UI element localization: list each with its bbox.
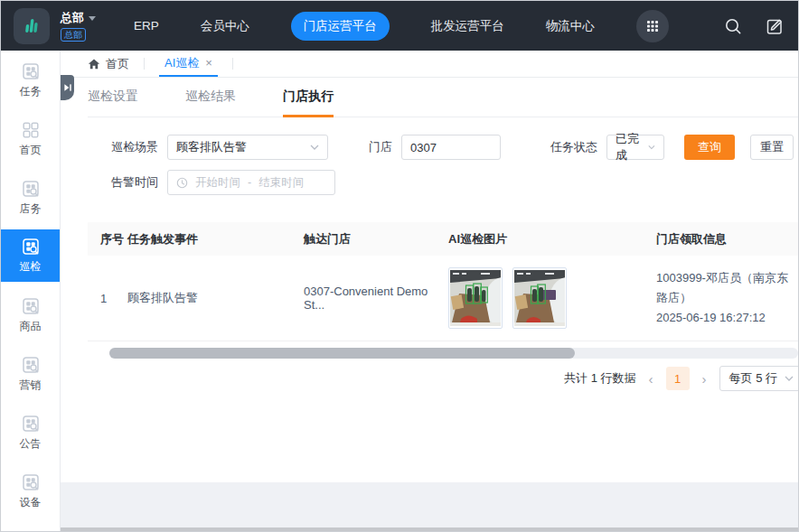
- cell-reached-store: 0307-Convenient Demo St...: [304, 285, 448, 312]
- divider: [144, 58, 145, 70]
- sidebar-item-label: 任务: [20, 84, 42, 99]
- cell-trigger-event: 顾客排队告警: [127, 290, 304, 306]
- org-badge: 总部: [61, 28, 86, 42]
- table-hscrollbar[interactable]: [109, 348, 798, 359]
- reset-button[interactable]: 重置: [750, 135, 794, 160]
- cell-ai-images: [448, 267, 656, 329]
- sub-tabs: 巡检设置 巡检结果 门店执行: [88, 78, 798, 117]
- home-icon: [88, 58, 100, 70]
- sidebar-item-store-affairs[interactable]: 店务: [1, 168, 60, 227]
- scene-select[interactable]: 顾客排队告警: [167, 135, 328, 160]
- nav-member-center[interactable]: 会员中心: [201, 18, 249, 34]
- page-size-value: 每页 5 行: [729, 370, 777, 387]
- chevron-down-icon: [785, 376, 794, 381]
- col-header-trigger-event: 任务触发事件: [127, 231, 304, 247]
- org-switcher[interactable]: 总部 总部: [61, 10, 96, 42]
- claim-person: 1003999-邓店员（南京东路店）: [656, 268, 798, 308]
- nav-store-operation-platform[interactable]: 门店运营平台: [291, 12, 390, 41]
- query-button[interactable]: 查询: [684, 135, 735, 160]
- table-row: 1 顾客排队告警 0307-Convenient Demo St...: [88, 256, 798, 341]
- inspection-image-1[interactable]: [448, 267, 503, 329]
- nine-dots-icon: [646, 20, 659, 33]
- window-hscrollbar[interactable]: [61, 527, 798, 532]
- results-table: 序号 任务触发事件 触达门店 AI巡检图片 门店领取信息 1 顾客排队告警 03…: [88, 222, 798, 341]
- sidebar-item-marketing[interactable]: 营销: [1, 344, 60, 403]
- pagination: 共计 1 行数据 ‹ 1 › 每页 5 行: [88, 366, 798, 391]
- caret-down-icon: [89, 16, 96, 21]
- module-search-icon: [21, 472, 41, 492]
- topbar: 总部 总部 ERP 会员中心 门店运营平台 批发运营平台 物流中心: [1, 1, 798, 51]
- sidebar-item-label: 店务: [20, 201, 42, 217]
- next-page-icon[interactable]: ›: [702, 372, 707, 386]
- sidebar-item-announcements[interactable]: 公告: [1, 403, 60, 462]
- alert-time-range-picker[interactable]: 开始时间 - 结束时间: [167, 170, 335, 195]
- breadcrumb-tab-ai-inspection[interactable]: AI巡检 ×: [159, 51, 218, 77]
- sidebar-item-tasks[interactable]: 任务: [1, 51, 60, 109]
- breadcrumb-home[interactable]: 首页: [88, 51, 129, 77]
- inspection-image-2[interactable]: [512, 267, 567, 329]
- col-header-reached-store: 触达门店: [304, 231, 448, 247]
- top-nav: ERP 会员中心 门店运营平台 批发运营平台 物流中心: [134, 10, 669, 42]
- scene-filter-label: 巡检场景: [111, 139, 158, 155]
- module-search-icon: [21, 414, 41, 434]
- store-filter-label: 门店: [369, 139, 392, 155]
- sidebar-item-label: 巡检: [20, 259, 42, 275]
- sidebar-item-label: 公告: [20, 436, 42, 452]
- collapse-sidebar-handle[interactable]: [61, 75, 74, 100]
- expand-icon: [63, 83, 72, 92]
- status-select[interactable]: 已完成: [606, 135, 664, 160]
- nav-wholesale-operation-platform[interactable]: 批发运营平台: [431, 18, 504, 34]
- search-icon[interactable]: [724, 17, 742, 35]
- store-input[interactable]: [401, 135, 501, 160]
- end-time-placeholder: 结束时间: [258, 175, 304, 191]
- compose-icon[interactable]: [766, 17, 784, 35]
- left-sidebar: 任务 首页 店务 巡检 商品 营销: [1, 51, 61, 532]
- prev-page-icon[interactable]: ‹: [649, 372, 653, 386]
- app-window: 总部 总部 ERP 会员中心 门店运营平台 批发运营平台 物流中心: [0, 0, 799, 532]
- main-area: 首页 AI巡检 × 巡检设置 巡检结果 门店执行 巡检场景: [61, 51, 798, 532]
- tab-store-execution[interactable]: 门店执行: [283, 79, 334, 117]
- apps-grid-icon[interactable]: [636, 10, 669, 42]
- page-size-select[interactable]: 每页 5 行: [719, 366, 798, 391]
- divider: [232, 58, 233, 70]
- four-squares-icon: [21, 120, 41, 140]
- nav-logistics-center[interactable]: 物流中心: [546, 18, 595, 34]
- scene-select-value: 顾客排队告警: [176, 139, 247, 155]
- close-tab-icon[interactable]: ×: [205, 57, 212, 69]
- table-header-row: 序号 任务触发事件 触达门店 AI巡检图片 门店领取信息: [88, 222, 798, 256]
- sidebar-item-goods[interactable]: 商品: [1, 285, 60, 344]
- status-select-value: 已完成: [616, 131, 643, 163]
- page-number[interactable]: 1: [666, 367, 690, 390]
- col-header-claim-info: 门店领取信息: [656, 229, 798, 249]
- nav-erp[interactable]: ERP: [134, 19, 159, 33]
- breadcrumb-tab-label: AI巡检: [164, 55, 199, 71]
- sidebar-item-devices[interactable]: 设备: [1, 462, 60, 520]
- brand-bars-icon: [21, 15, 42, 37]
- module-search-icon: [21, 179, 41, 199]
- col-header-serial: 序号: [88, 231, 127, 247]
- filter-bar: 巡检场景 顾客排队告警 门店 任务状态 已完成: [88, 135, 798, 195]
- table-hscrollbar-thumb[interactable]: [109, 348, 575, 359]
- clock-icon: [176, 177, 188, 189]
- module-search-icon: [21, 355, 41, 375]
- alert-time-filter-label: 告警时间: [111, 174, 158, 191]
- tab-inspection-settings[interactable]: 巡检设置: [88, 79, 138, 117]
- sidebar-item-label: 设备: [20, 495, 42, 510]
- chevron-down-icon: [310, 145, 319, 150]
- sidebar-item-partial[interactable]: [1, 520, 60, 532]
- tab-inspection-results[interactable]: 巡检结果: [185, 79, 236, 117]
- app-logo-icon[interactable]: [14, 8, 50, 44]
- sidebar-item-home[interactable]: 首页: [1, 109, 60, 168]
- claim-time: 2025-06-19 16:27:12: [656, 308, 798, 328]
- cell-claim-info: 1003999-邓店员（南京东路店） 2025-06-19 16:27:12: [656, 268, 798, 328]
- module-search-icon: [21, 237, 41, 257]
- page-background: [61, 482, 798, 527]
- breadcrumb-home-label: 首页: [106, 56, 129, 72]
- range-separator: -: [248, 176, 251, 189]
- topbar-actions: [724, 17, 784, 35]
- start-time-placeholder: 开始时间: [195, 175, 240, 191]
- module-search-icon: [21, 61, 41, 81]
- sidebar-item-label: 首页: [20, 143, 42, 158]
- sidebar-item-label: 商品: [20, 319, 42, 334]
- sidebar-item-inspection[interactable]: 巡检: [1, 229, 60, 282]
